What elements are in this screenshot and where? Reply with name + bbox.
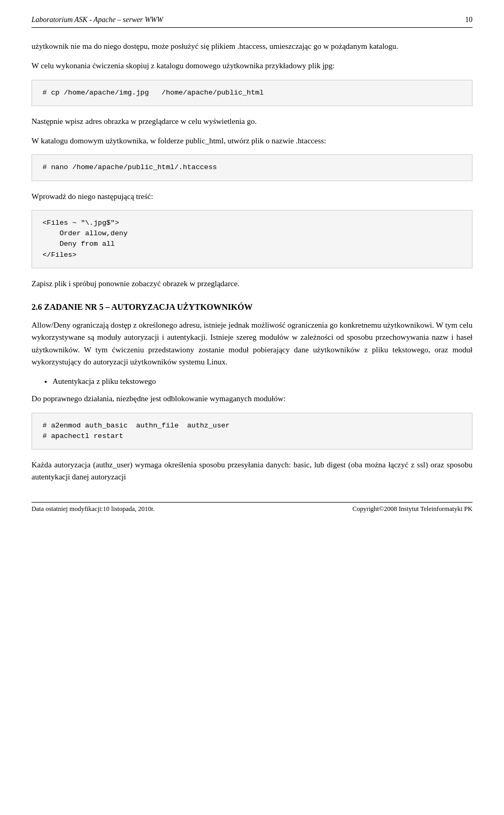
paragraph-8: Do poprawnego działania, niezbędne jest …	[32, 393, 472, 405]
page-container: Laboratorium ASK - Apache – serwer WWW 1…	[0, 0, 504, 523]
header-page-number: 10	[465, 16, 472, 24]
code-block-3: <Files ~ "\.jpg$"> Order allow,deny Deny…	[32, 210, 472, 268]
bullet-item-1: Autentykacja z pliku tekstowego	[52, 375, 472, 388]
page-footer: Data ostatniej modyfikacji:10 listopada,…	[32, 502, 472, 513]
paragraph-1: użytkownik nie ma do niego dostępu, może…	[32, 40, 472, 53]
paragraph-4: W katalogu domowym użytkownika, w folder…	[32, 135, 472, 147]
footer-right: Copyright©2008 Instytut Teleinformatyki …	[352, 505, 472, 513]
paragraph-6: Zapisz plik i spróbuj ponownie zobaczyć …	[32, 278, 472, 290]
paragraph-7: Allow/Deny ograniczają dostęp z określon…	[32, 319, 472, 368]
bullet-list: Autentykacja z pliku tekstowego	[52, 375, 472, 388]
code-block-1: # cp /home/apache/img.jpg /home/apache/p…	[32, 80, 472, 106]
code-block-2: # nano /home/apache/public_html/.htacces…	[32, 154, 472, 181]
section-heading-title: Zadanie nr 5 – Autoryzacja użytkowników	[44, 302, 253, 311]
section-heading: 2.6 Zadanie nr 5 – Autoryzacja użytkowni…	[32, 302, 472, 312]
footer-left: Data ostatniej modyfikacji:10 listopada,…	[32, 505, 155, 513]
paragraph-2: W celu wykonania ćwiczenia skopiuj z kat…	[32, 60, 472, 72]
page-header: Laboratorium ASK - Apache – serwer WWW 1…	[32, 16, 472, 28]
section-number: 2.6	[32, 302, 42, 311]
paragraph-9: Każda autoryzacja (authz_user) wymaga ok…	[32, 459, 472, 484]
code-block-4: # a2enmod auth_basic authn_file authz_us…	[32, 413, 472, 450]
paragraph-5: Wprowadź do niego następującą treść:	[32, 191, 472, 203]
header-title: Laboratorium ASK - Apache – serwer WWW	[32, 16, 163, 24]
paragraph-3: Następnie wpisz adres obrazka w przegląd…	[32, 116, 472, 128]
